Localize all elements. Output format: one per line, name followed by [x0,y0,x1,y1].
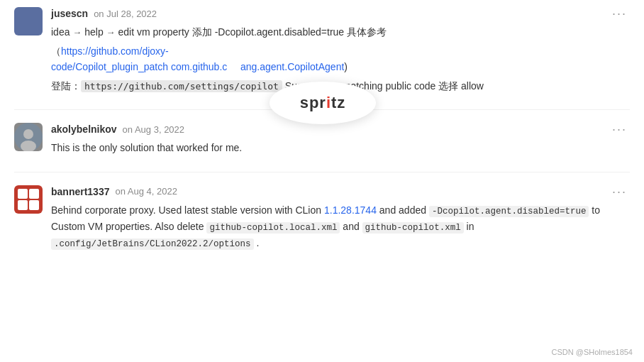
comment-body: bannert1337 on Aug 4, 2022 ··· Behind co… [51,185,630,254]
link-copilot-agent[interactable]: com.github.copiang.agent.CopilotAgent [171,61,344,72]
more-options-button[interactable]: ··· [609,185,630,198]
comment-item: akolybelnikov on Aug 3, 2022 ··· This is… [14,123,630,172]
avatar [14,7,43,35]
spritz-overlay: spritz [270,82,376,124]
comment-date: on Aug 3, 2022 [123,124,184,135]
comment-header: akolybelnikov on Aug 3, 2022 ··· [51,123,630,136]
comment-header: bannert1337 on Aug 4, 2022 ··· [51,185,630,198]
more-options-button[interactable]: ··· [609,7,630,20]
code-github-copilot: github-copilot.xml [362,222,464,234]
comment-meta: akolybelnikov on Aug 3, 2022 [51,124,184,135]
svg-point-1 [23,129,33,139]
code-github-copilot-local: github-copilot.local.xml [206,222,340,234]
comment-meta: jusescn on Jul 28, 2022 [51,8,157,19]
avatar [14,123,43,151]
comment-text: This is the only solution that worked fo… [51,140,630,155]
username: bannert1337 [51,186,109,197]
comment-meta: bannert1337 on Aug 4, 2022 [51,186,177,197]
footer-text: CSDN @SHolmes1854 [552,348,633,356]
code-dcopilot: -Dcopilot.agent.disabled=true [429,206,589,217]
username: jusescn [51,8,88,19]
avatar [14,185,43,214]
link-djoxy[interactable]: https://github.com/djoxy-code/Copilot_pl… [51,45,169,72]
comment-date: on Jul 28, 2022 [94,9,157,19]
spritz-logo: spritz [300,94,346,112]
comment-date: on Aug 4, 2022 [115,186,177,197]
comment-header: jusescn on Jul 28, 2022 ··· [51,7,630,20]
clion-version-link[interactable]: 1.1.28.1744 [324,204,377,216]
footer: CSDN @SHolmes1854 [552,348,633,356]
github-settings-link: https://github.com/settings/copilot [81,80,282,92]
code-config-path: .config/JetBrains/CLion2022.2/options [51,238,254,250]
comment-item: bannert1337 on Aug 4, 2022 ··· Behind co… [14,185,630,267]
comments-container: jusescn on Jul 28, 2022 ··· idea → help … [0,0,644,287]
username: akolybelnikov [51,124,117,135]
comment-body: akolybelnikov on Aug 3, 2022 ··· This is… [51,123,630,158]
comment-text: Behind corporate proxy. Used latest stab… [51,202,630,251]
more-options-button[interactable]: ··· [609,123,630,136]
